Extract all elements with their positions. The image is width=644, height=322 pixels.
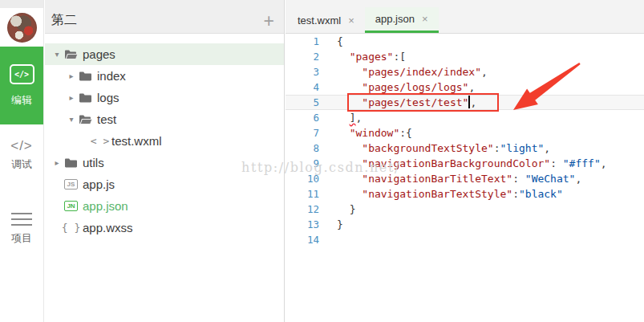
code-line-5[interactable]: 5 "pages/test/test",	[286, 95, 644, 110]
code-badge-icon: </>	[10, 64, 34, 84]
folder-icon	[77, 71, 94, 82]
code-line-13[interactable]: 13}	[286, 217, 644, 232]
code-line-4[interactable]: 4 "pages/logs/logs",	[286, 79, 644, 95]
titlebar-strip	[0, 0, 43, 8]
token: "navigationBarTitleText"	[362, 173, 512, 185]
line-number: 14	[286, 232, 319, 247]
token: "window"	[350, 127, 400, 139]
token	[337, 66, 362, 78]
code-line-6[interactable]: 6 ],	[286, 110, 644, 125]
tree-item-label: logs	[97, 91, 119, 104]
token: "pages/test/test"	[362, 96, 468, 108]
folder-icon	[77, 92, 94, 104]
code-line-7[interactable]: 7 "window":{	[286, 125, 644, 141]
token: ,	[470, 96, 476, 108]
code-line-1[interactable]: 1{	[286, 34, 644, 49]
folder-icon	[63, 157, 79, 169]
token: :	[512, 173, 525, 185]
token: "pages/logs/logs"	[362, 81, 468, 93]
tree-item-label: utils	[83, 156, 104, 169]
close-tab-icon[interactable]: ×	[422, 13, 428, 25]
caret-down-icon[interactable]: ▾	[66, 115, 77, 124]
token: ,	[544, 142, 550, 154]
token: "#fff"	[563, 157, 601, 169]
tree-item-test.wxml[interactable]: < >test.wxml	[45, 130, 284, 152]
code-line-11[interactable]: 11 "navigationBarTextStyle":"black"	[286, 186, 644, 202]
token	[337, 127, 350, 139]
tree-item-utils[interactable]: ▸utils	[45, 152, 284, 173]
tree-item-label: index	[97, 69, 126, 83]
token: :[	[393, 51, 406, 63]
line-number: 8	[286, 141, 319, 156]
tree-item-logs[interactable]: ▸logs	[45, 87, 284, 108]
token: :	[512, 188, 519, 200]
code-editor[interactable]: 1{2 "pages":[3 "pages/index/index",4 "pa…	[286, 34, 644, 247]
code-line-14[interactable]: 14	[286, 232, 644, 247]
tab-test.wxml[interactable]: test.wxml×	[287, 7, 365, 33]
line-number: 9	[286, 156, 319, 171]
code-text: "window":{	[337, 125, 412, 141]
sidebar-item-project[interactable]: 项目	[0, 210, 43, 246]
editor-pane: test.wxml×app.json× 1{2 "pages":[3 "page…	[286, 0, 644, 322]
token: "backgroundTextStyle"	[362, 142, 493, 154]
sidebar-item-debug[interactable]: </> 调试	[0, 138, 43, 172]
token: "navigationBarTextStyle"	[362, 188, 512, 200]
token: ,	[575, 173, 581, 185]
token	[337, 157, 362, 169]
code-line-2[interactable]: 2 "pages":[	[286, 49, 644, 64]
token: ,	[468, 81, 475, 93]
code-text: "navigationBarTitleText": "WeChat",	[337, 171, 581, 186]
avatar-wrap	[0, 8, 43, 47]
token: "black"	[519, 188, 563, 200]
line-number: 7	[286, 125, 319, 141]
tree-item-app.js[interactable]: JSapp.js	[45, 173, 284, 195]
avatar[interactable]	[7, 13, 37, 43]
token: ,	[601, 157, 607, 169]
code-line-8[interactable]: 8 "backgroundTextStyle":"light",	[286, 141, 644, 156]
tree-item-label: pages	[83, 47, 115, 61]
json-file-icon: JN	[63, 201, 79, 211]
code-line-10[interactable]: 10 "navigationBarTitleText": "WeChat",	[286, 171, 644, 186]
tree-item-app.json[interactable]: JNapp.json	[45, 195, 284, 217]
wechat-devtools-window: </> 编辑 </> 调试 项目 第二 + ▾pages▸index▸logs▾…	[0, 0, 644, 322]
code-line-9[interactable]: 9 "navigationBarBackgroundColor": "#fff"…	[286, 156, 644, 171]
line-number: 1	[286, 34, 319, 49]
token: "pages"	[350, 51, 394, 63]
tree-item-test[interactable]: ▾test	[45, 108, 284, 130]
file-badge: JN	[64, 201, 78, 211]
menu-icon	[11, 210, 32, 226]
line-number: 2	[286, 49, 319, 64]
line-number: 5	[286, 95, 319, 110]
tab-app.json[interactable]: app.json×	[365, 7, 439, 33]
tree-item-label: app.wxss	[83, 221, 133, 234]
caret-right-icon[interactable]: ▸	[66, 71, 77, 80]
folder-open-icon	[77, 114, 94, 125]
code-line-3[interactable]: 3 "pages/index/index",	[286, 64, 644, 79]
sidebar-item-edit[interactable]: </> 编辑	[0, 47, 43, 124]
sidebar-item-label: 项目	[11, 231, 32, 246]
code-text: "navigationBarBackgroundColor": "#fff",	[337, 156, 607, 171]
token	[337, 142, 362, 154]
code-line-12[interactable]: 12 }	[286, 202, 644, 217]
code-icon: </>	[10, 138, 33, 154]
token	[337, 188, 362, 200]
tree-item-pages[interactable]: ▾pages	[45, 43, 284, 65]
sidebar-item-label: 编辑	[11, 93, 32, 108]
caret-right-icon[interactable]: ▸	[66, 93, 77, 102]
token: ,	[481, 66, 488, 78]
token	[337, 173, 362, 185]
caret-down-icon[interactable]: ▾	[51, 50, 63, 59]
tree-item-app.wxss[interactable]: { }app.wxss	[45, 217, 284, 238]
tree-item-index[interactable]: ▸index	[45, 65, 284, 87]
caret-right-icon[interactable]: ▸	[51, 158, 63, 167]
token: "light"	[500, 142, 545, 154]
close-tab-icon[interactable]: ×	[348, 14, 354, 26]
token: }	[350, 203, 356, 215]
sidebar: </> 编辑 </> 调试 项目	[0, 0, 44, 322]
tab-bar: test.wxml×app.json×	[286, 0, 644, 34]
add-button[interactable]: +	[264, 13, 274, 29]
line-number: 13	[286, 217, 319, 232]
line-number: 12	[286, 202, 319, 217]
token: :	[550, 157, 563, 169]
js-file-icon: JS	[63, 179, 79, 190]
